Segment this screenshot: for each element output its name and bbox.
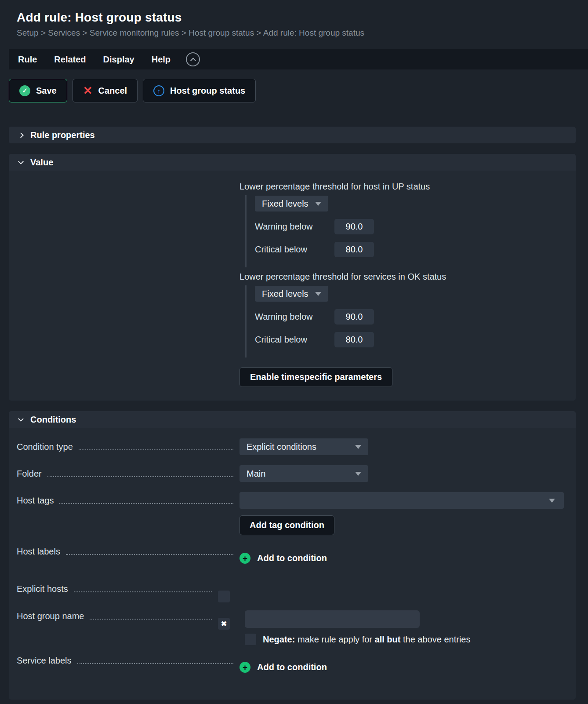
negate-checkbox[interactable] [245, 634, 256, 645]
enable-timespecific-button[interactable]: Enable timespecific parameters [240, 367, 392, 387]
section-rule-properties[interactable]: Rule properties [9, 127, 576, 143]
condition-type-dropdown[interactable]: Explicit conditions [240, 438, 368, 455]
dropdown-triangle-icon [315, 292, 321, 296]
section-value-title: Value [30, 157, 53, 168]
service-labels-label: Service labels [17, 655, 72, 666]
doc-button-label: Host group status [170, 86, 245, 96]
host-group-name-checkbox[interactable]: ✖ [218, 618, 230, 630]
collapse-menubar-button[interactable] [186, 52, 200, 66]
host-labels-add-label: Add to condition [257, 553, 327, 563]
check-circle-icon: ✓ [19, 85, 30, 96]
section-conditions-body: Condition type Explicit conditions Folde… [9, 428, 576, 700]
condition-type-value: Explicit conditions [247, 442, 316, 452]
section-value-body: Lower percentage threshold for host in U… [9, 171, 576, 401]
services-levels-mode-dropdown[interactable]: Fixed levels [255, 286, 328, 302]
negate-row: Negate: make rule apply for all but the … [245, 634, 470, 645]
services-warning-row: Warning below [255, 309, 576, 325]
setup-page: Add rule: Host group status Setup > Serv… [0, 0, 588, 704]
chevron-up-icon [190, 58, 196, 63]
host-group-name-row: Host group name ✖ Negate: make rule appl… [17, 610, 576, 645]
threshold-services-caption: Lower percentage threshold for services … [240, 272, 576, 282]
hosts-critical-input[interactable] [334, 242, 374, 257]
plus-circle-icon: + [240, 553, 250, 564]
dotted-leader [47, 476, 233, 477]
host-group-name-label: Host group name [17, 610, 84, 622]
folder-dropdown[interactable]: Main [240, 465, 368, 482]
negate-label: Negate: make rule apply for all but the … [263, 635, 470, 645]
services-warning-label: Warning below [255, 312, 334, 322]
section-value-header[interactable]: Value [9, 154, 576, 171]
hosts-warning-input[interactable] [334, 219, 374, 234]
service-labels-row: Service labels + Add to condition [17, 655, 576, 673]
arrow-up-circle-icon: ↑ [153, 85, 164, 96]
services-warning-input[interactable] [334, 309, 374, 325]
hosts-critical-label: Critical below [255, 244, 334, 255]
dotted-leader [74, 591, 212, 592]
services-critical-input[interactable] [334, 332, 374, 347]
threshold-hosts-caption: Lower percentage threshold for host in U… [240, 182, 576, 192]
hosts-warning-label: Warning below [255, 222, 334, 232]
menu-related[interactable]: Related [54, 55, 86, 65]
dotted-leader [77, 663, 233, 664]
services-levels-mode-value: Fixed levels [262, 289, 309, 299]
dropdown-triangle-icon [315, 202, 321, 206]
service-labels-add-label: Add to condition [257, 662, 327, 672]
chevron-down-icon [18, 159, 24, 164]
dropdown-triangle-icon [355, 472, 361, 476]
chevron-down-icon [18, 416, 24, 422]
doc-host-group-status-button[interactable]: ↑ Host group status [143, 79, 256, 102]
dotted-leader [66, 554, 233, 555]
save-button[interactable]: ✓ Save [9, 79, 67, 102]
hosts-levels-mode-dropdown[interactable]: Fixed levels [255, 196, 328, 212]
dotted-leader [90, 619, 212, 620]
service-labels-add-condition[interactable]: + Add to condition [240, 662, 327, 673]
add-tag-condition-button[interactable]: Add tag condition [240, 515, 334, 535]
menu-help[interactable]: Help [152, 55, 171, 65]
threshold-services-group: Fixed levels Warning below Critical belo… [245, 285, 576, 357]
main-content: Rule properties Value Lower percentage t… [9, 127, 576, 700]
folder-value: Main [247, 469, 265, 479]
breadcrumb[interactable]: Setup > Services > Service monitoring ru… [17, 28, 588, 38]
condition-type-label: Condition type [17, 441, 73, 452]
host-labels-add-condition[interactable]: + Add to condition [240, 553, 327, 564]
section-conditions-title: Conditions [30, 415, 76, 425]
cancel-button-label: Cancel [98, 86, 127, 96]
host-group-name-input[interactable] [245, 610, 420, 628]
dotted-leader [59, 503, 233, 504]
action-buttons: ✓ Save ✕ Cancel ↑ Host group status [9, 79, 588, 102]
cancel-button[interactable]: ✕ Cancel [73, 79, 138, 102]
host-labels-label: Host labels [17, 546, 60, 557]
section-conditions-header[interactable]: Conditions [9, 411, 576, 428]
folder-label: Folder [17, 468, 42, 479]
chevron-right-icon [18, 132, 24, 138]
explicit-hosts-checkbox[interactable] [218, 591, 230, 602]
cancel-x-icon: ✕ [83, 85, 93, 96]
folder-row: Folder Main [17, 465, 576, 482]
menu-display[interactable]: Display [103, 55, 134, 65]
section-conditions-panel: Conditions Condition type Explicit condi… [9, 411, 576, 700]
section-value-panel: Value Lower percentage threshold for hos… [9, 154, 576, 401]
save-button-label: Save [36, 86, 57, 96]
dropdown-triangle-icon [355, 445, 361, 449]
services-critical-row: Critical below [255, 332, 576, 347]
menu-rule[interactable]: Rule [18, 55, 37, 65]
host-labels-row: Host labels + Add to condition [17, 546, 576, 564]
threshold-hosts-group: Fixed levels Warning below Critical belo… [245, 195, 576, 267]
hosts-levels-mode-value: Fixed levels [262, 199, 309, 209]
explicit-hosts-label: Explicit hosts [17, 583, 68, 595]
hosts-warning-row: Warning below [255, 219, 576, 234]
condition-type-row: Condition type Explicit conditions [17, 438, 576, 455]
explicit-hosts-row: Explicit hosts [17, 583, 576, 602]
hosts-critical-row: Critical below [255, 242, 576, 257]
host-tags-label: Host tags [17, 495, 54, 506]
services-critical-label: Critical below [255, 335, 334, 345]
section-rule-properties-title: Rule properties [30, 130, 95, 140]
dotted-leader [79, 449, 233, 450]
page-title: Add rule: Host group status [17, 11, 588, 25]
plus-circle-icon: + [240, 662, 250, 673]
host-tags-dropdown[interactable] [240, 492, 564, 509]
menu-bar: Rule Related Display Help [9, 49, 588, 69]
host-tags-row: Host tags Add tag condition [17, 492, 576, 535]
dropdown-triangle-icon [549, 499, 555, 503]
page-header: Add rule: Host group status Setup > Serv… [0, 0, 588, 38]
